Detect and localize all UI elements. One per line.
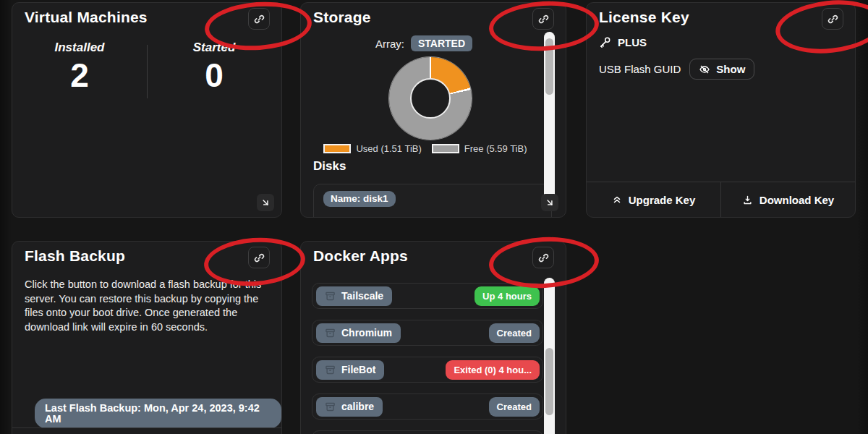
flash-backup-link-button[interactable]	[248, 247, 270, 268]
array-status-badge: STARTED	[411, 35, 472, 51]
vm-installed-stat: Installed 2	[12, 41, 147, 93]
license-link-button[interactable]	[822, 8, 843, 30]
show-button-label: Show	[716, 63, 745, 75]
app-name-label: Tailscale	[341, 290, 383, 302]
array-status-row: Array: STARTED	[301, 35, 547, 51]
docker-app-row-calibre[interactable]: calibre Created	[312, 393, 543, 420]
disks-heading: Disks	[313, 159, 346, 174]
legend-item-used: Used (1.51 TiB)	[323, 143, 421, 154]
flash-backup-card: Flash Backup Click the button to downloa…	[12, 241, 282, 434]
guid-label: USB Flash GUID	[599, 63, 681, 75]
docker-app-row-filebot[interactable]: FileBot Exited (0) 4 hou...	[312, 357, 543, 383]
array-label: Array:	[375, 38, 404, 50]
license-key-title: License Key	[599, 9, 689, 26]
archive-box-icon	[325, 328, 336, 339]
app-name-label: calibre	[341, 401, 374, 412]
free-swatch	[432, 144, 459, 153]
docker-app-row-chromium[interactable]: Chromium Created	[312, 320, 543, 346]
app-status-badge: Created	[489, 323, 540, 343]
upgrade-key-button[interactable]: Upgrade Key	[587, 182, 720, 217]
app-name-label: FileBot	[341, 364, 375, 375]
flash-footer-divider	[12, 427, 281, 428]
storage-title: Storage	[313, 9, 371, 26]
download-key-button[interactable]: Download Key	[720, 182, 855, 217]
show-guid-button[interactable]: Show	[689, 59, 754, 80]
vm-started-label: Started	[147, 41, 281, 55]
flash-backup-title: Flash Backup	[25, 247, 125, 265]
link-icon	[538, 252, 549, 263]
vm-started-value: 0	[147, 58, 281, 93]
app-status-badge: Up 4 hours	[475, 286, 540, 306]
vm-installed-value: 2	[12, 58, 147, 93]
storage-card: Storage Array: STARTED Used (1.51 TiB) F…	[300, 2, 566, 218]
disk-name-badge: Name: disk1	[323, 191, 396, 207]
donut-hole	[410, 78, 451, 119]
license-key-card: License Key PLUS USB Flash GUID	[586, 2, 856, 218]
docker-scrollbar-thumb[interactable]	[545, 348, 553, 415]
virtual-machines-title: Virtual Machines	[25, 9, 148, 26]
eye-slash-icon	[699, 64, 710, 75]
vm-started-stat: Started 0	[147, 41, 281, 93]
storage-chart-legend: Used (1.51 TiB) Free (5.59 TiB)	[301, 143, 550, 154]
app-name-badge: calibre	[316, 397, 383, 417]
docker-app-row-partial[interactable]	[312, 430, 543, 434]
dashboard-page: Virtual Machines Installed 2 Started 0	[0, 0, 868, 434]
app-name-badge: Chromium	[316, 323, 401, 343]
virtual-machines-card: Virtual Machines Installed 2 Started 0	[12, 2, 282, 218]
used-swatch	[323, 144, 351, 153]
angles-up-icon	[612, 195, 622, 205]
app-name-badge: FileBot	[316, 360, 384, 380]
download-icon	[742, 195, 753, 205]
legend-free-label: Free (5.59 TiB)	[464, 143, 527, 154]
archive-box-icon	[325, 365, 336, 375]
storage-scrollbar[interactable]	[544, 32, 555, 208]
legend-used-label: Used (1.51 TiB)	[356, 143, 421, 154]
app-status-badge: Created	[489, 397, 540, 417]
license-footer: Upgrade Key Download Key	[587, 182, 855, 217]
virtual-machines-link-button[interactable]	[248, 8, 270, 30]
storage-usage-donut-chart	[389, 57, 472, 140]
storage-resize-handle[interactable]	[541, 194, 558, 211]
link-icon	[254, 252, 265, 263]
archive-box-icon	[325, 401, 336, 412]
link-icon	[254, 14, 265, 25]
license-tier-label: PLUS	[618, 36, 647, 48]
license-tier-row: PLUS	[599, 36, 647, 48]
docker-apps-card: Docker Apps Tailscale Up 4 hours	[300, 241, 566, 434]
flash-backup-description: Click the button to download a flash bac…	[25, 278, 271, 334]
key-icon	[599, 36, 611, 48]
docker-scrollbar[interactable]	[544, 278, 555, 434]
upgrade-key-label: Upgrade Key	[629, 194, 696, 206]
storage-link-button[interactable]	[532, 8, 554, 30]
last-flash-backup-badge: Last Flash Backup: Mon, Apr 24, 2023, 9:…	[35, 399, 281, 428]
app-status-badge: Exited (0) 4 hou...	[446, 360, 540, 380]
docker-app-list: Tailscale Up 4 hours Chromium Created	[312, 283, 543, 434]
docker-app-row-tailscale[interactable]: Tailscale Up 4 hours	[312, 283, 543, 309]
vm-resize-handle[interactable]	[257, 194, 274, 211]
vm-stats-divider	[147, 45, 148, 98]
resize-arrow-icon	[260, 197, 271, 208]
guid-row: USB Flash GUID Show	[599, 59, 754, 80]
app-name-badge: Tailscale	[316, 286, 392, 306]
resize-arrow-icon	[545, 197, 555, 208]
disk-list-item[interactable]: Name: disk1	[313, 184, 552, 218]
storage-scrollbar-thumb[interactable]	[545, 38, 553, 95]
archive-box-icon	[325, 291, 336, 302]
legend-item-free: Free (5.59 TiB)	[432, 143, 527, 154]
link-icon	[827, 14, 838, 25]
download-key-label: Download Key	[760, 194, 834, 206]
link-icon	[538, 14, 549, 25]
vm-installed-label: Installed	[12, 41, 147, 55]
docker-apps-link-button[interactable]	[532, 247, 554, 268]
docker-apps-title: Docker Apps	[313, 247, 408, 265]
app-name-label: Chromium	[341, 327, 392, 339]
